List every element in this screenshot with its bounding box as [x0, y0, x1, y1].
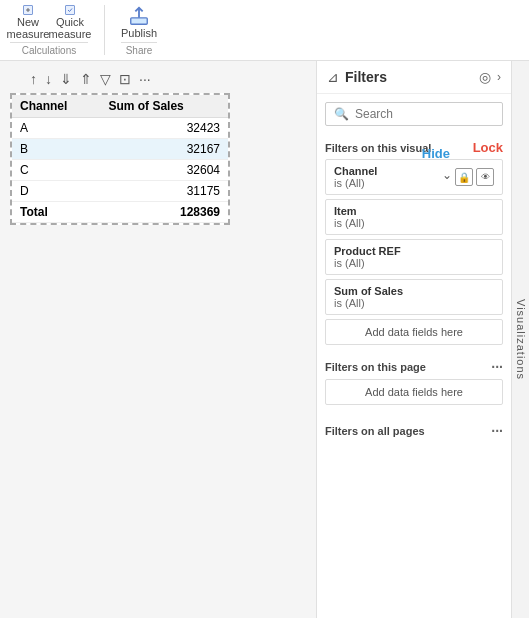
filters-all-pages-section: Filters on all pages ··· — [325, 417, 503, 447]
search-icon: 🔍 — [334, 107, 349, 121]
filter-card-channel-title: Channel — [334, 165, 377, 177]
filter-card-item-value: is (All) — [334, 217, 365, 229]
calculations-group: New measure Quick measure Calculations — [10, 4, 88, 56]
add-fields-visual-button[interactable]: Add data fields here — [325, 319, 503, 345]
filter-card-channel-value: is (All) — [334, 177, 377, 189]
chevron-right-icon[interactable]: › — [497, 70, 501, 84]
filter-icon[interactable]: ▽ — [100, 71, 111, 87]
filters-header-icons: ◎ › — [479, 69, 501, 85]
filters-all-pages-title-text: Filters on all pages — [325, 425, 425, 437]
filter-card-channel: Channel is (All) ⌄ 🔒 👁 Hide — [325, 159, 503, 195]
svg-rect-4 — [131, 18, 148, 24]
filter-card-sum-sales-value: is (All) — [334, 297, 403, 309]
toolbar: New measure Quick measure Calculations P… — [0, 0, 529, 61]
move-down-icon[interactable]: ↓ — [45, 71, 52, 87]
toolbar-divider — [104, 5, 105, 55]
filters-body: Filters on this visual Lock Channel is (… — [317, 134, 511, 618]
move-up2-icon[interactable]: ⇑ — [80, 71, 92, 87]
share-icons: Publish — [121, 4, 157, 40]
filter-card-product-ref-info: Product REF is (All) — [334, 245, 401, 269]
expand-icon[interactable]: ⊡ — [119, 71, 131, 87]
hide-label: Hide — [422, 146, 450, 161]
publish-label: Publish — [121, 27, 157, 39]
table-total-row: Total 128369 — [12, 202, 228, 223]
filter-card-sum-sales-header: Sum of Sales is (All) — [334, 285, 494, 309]
viz-sidebar[interactable]: Visualizations — [511, 61, 529, 618]
share-group-label: Share — [121, 42, 157, 56]
filter-card-product-ref-header: Product REF is (All) — [334, 245, 494, 269]
table-row[interactable]: A 32423 — [12, 118, 228, 139]
cell-sales-a: 32423 — [100, 118, 228, 139]
viz-sidebar-label: Visualizations — [515, 299, 527, 380]
main-content: ↑ ↓ ⇓ ⇑ ▽ ⊡ ··· Channel Sum of Sales A — [0, 61, 529, 618]
filters-all-pages-title: Filters on all pages ··· — [325, 423, 503, 439]
filter-card-item-title: Item — [334, 205, 365, 217]
table-row[interactable]: B 32167 — [12, 139, 228, 160]
cell-channel-d: D — [12, 181, 100, 202]
filters-visual-section-header: Filters on this visual Lock — [325, 134, 503, 159]
hide-button[interactable]: 👁 — [476, 168, 494, 186]
filter-card-sum-sales-title: Sum of Sales — [334, 285, 403, 297]
filter-card-channel-icons: ⌄ 🔒 👁 — [442, 168, 494, 186]
filters-page-title: Filters on this page ··· — [325, 359, 503, 375]
filters-page-title-text: Filters on this page — [325, 361, 426, 373]
table-visual: Channel Sum of Sales A 32423 B 32167 C — [10, 93, 230, 225]
filter-card-channel-info: Channel is (All) — [334, 165, 377, 189]
page-section-more-icon[interactable]: ··· — [491, 359, 503, 375]
filter-card-channel-header: Channel is (All) ⌄ 🔒 👁 — [334, 165, 494, 189]
filters-panel: ⊿ Filters ◎ › 🔍 Filters on this visual L… — [316, 61, 511, 618]
new-measure-label: New measure — [7, 16, 50, 40]
canvas-area: ↑ ↓ ⇓ ⇑ ▽ ⊡ ··· Channel Sum of Sales A — [0, 61, 316, 618]
column-channel: Channel — [12, 95, 100, 118]
filters-visual-section-title: Filters on this visual — [325, 142, 431, 154]
total-value: 128369 — [100, 202, 228, 223]
move-up-icon[interactable]: ↑ — [30, 71, 37, 87]
cell-channel-b: B — [12, 139, 100, 160]
share-group: Publish Share — [121, 4, 157, 56]
filters-section-actions: Lock — [473, 140, 503, 155]
filter-card-product-ref: Product REF is (All) — [325, 239, 503, 275]
move-down2-icon[interactable]: ⇓ — [60, 71, 72, 87]
filter-funnel-icon: ⊿ — [327, 69, 339, 85]
filter-card-product-ref-value: is (All) — [334, 257, 401, 269]
column-sales: Sum of Sales — [100, 95, 228, 118]
svg-rect-3 — [66, 6, 75, 15]
calculations-group-label: Calculations — [10, 42, 88, 56]
more-icon[interactable]: ··· — [139, 71, 151, 87]
filter-card-product-ref-title: Product REF — [334, 245, 401, 257]
cell-channel-c: C — [12, 160, 100, 181]
filter-card-item: Item is (All) — [325, 199, 503, 235]
all-pages-more-icon[interactable]: ··· — [491, 423, 503, 439]
filters-title: Filters — [345, 69, 473, 85]
eye-icon[interactable]: ◎ — [479, 69, 491, 85]
visual-controls: ↑ ↓ ⇓ ⇑ ▽ ⊡ ··· — [10, 71, 306, 87]
quick-measure-label: Quick measure — [49, 16, 92, 40]
data-table: Channel Sum of Sales A 32423 B 32167 C — [12, 95, 228, 223]
cell-channel-a: A — [12, 118, 100, 139]
table-row[interactable]: D 31175 — [12, 181, 228, 202]
lock-button[interactable]: 🔒 — [455, 168, 473, 186]
new-measure-button[interactable]: New measure — [10, 4, 46, 40]
add-fields-page-button[interactable]: Add data fields here — [325, 379, 503, 405]
publish-button[interactable]: Publish — [121, 4, 157, 40]
lock-label: Lock — [473, 140, 503, 155]
filters-page-section: Filters on this page ··· Add data fields… — [325, 353, 503, 417]
calculations-icons: New measure Quick measure — [10, 4, 88, 40]
cell-sales-b: 32167 — [100, 139, 228, 160]
cell-sales-c: 32604 — [100, 160, 228, 181]
hide-annotation: Hide — [422, 146, 450, 161]
table-row[interactable]: C 32604 — [12, 160, 228, 181]
cell-sales-d: 31175 — [100, 181, 228, 202]
search-input[interactable] — [355, 107, 505, 121]
filter-card-item-header: Item is (All) — [334, 205, 494, 229]
filter-card-sum-sales-info: Sum of Sales is (All) — [334, 285, 403, 309]
chevron-down-icon[interactable]: ⌄ — [442, 168, 452, 186]
total-label: Total — [12, 202, 100, 223]
quick-measure-button[interactable]: Quick measure — [52, 4, 88, 40]
filter-card-sum-of-sales: Sum of Sales is (All) — [325, 279, 503, 315]
filter-card-item-info: Item is (All) — [334, 205, 365, 229]
filters-header: ⊿ Filters ◎ › — [317, 61, 511, 94]
filters-search-box[interactable]: 🔍 — [325, 102, 503, 126]
